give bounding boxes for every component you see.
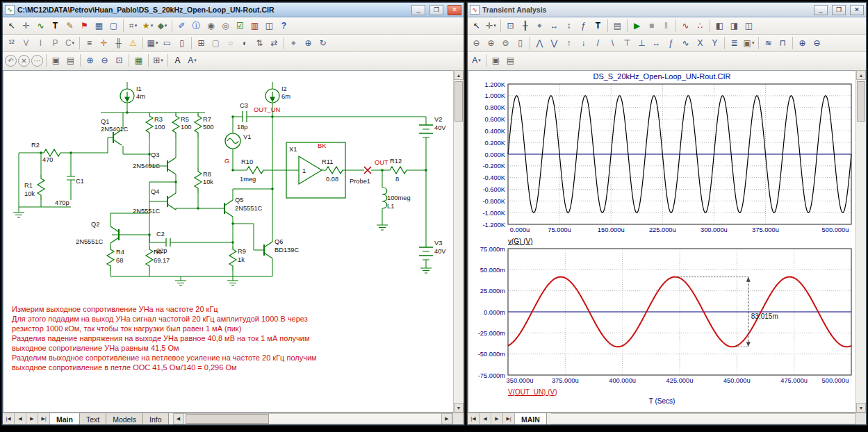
transistor-Q6[interactable]	[264, 242, 272, 258]
split-view-icon[interactable]: ◫	[262, 19, 277, 33]
low-icon[interactable]: ↓	[576, 36, 591, 51]
dc-analysis-icon[interactable]: ≡	[82, 36, 97, 51]
more-circle-icon[interactable]: ⋯	[31, 55, 43, 67]
image-export-icon[interactable]: ▦	[131, 53, 146, 68]
right-horizontal-scrollbar[interactable]	[551, 413, 855, 424]
favorites-menu-icon[interactable]: ★▾	[140, 19, 155, 33]
panel-both-icon[interactable]: ◫	[742, 19, 756, 33]
maximize-button[interactable]: ❐	[832, 5, 846, 15]
back-circle-icon[interactable]: ↶	[5, 55, 17, 67]
panel-plot-icon[interactable]: ◧	[712, 19, 727, 33]
capacitor-C3[interactable]	[243, 111, 247, 122]
pin-connections-icon[interactable]: ✛	[97, 36, 111, 51]
close-button[interactable]: ✕	[850, 5, 864, 15]
component-menu-icon[interactable]: ⌗▾	[126, 19, 140, 33]
minimize-button[interactable]: _	[411, 5, 425, 15]
point-info-icon[interactable]: ◉	[204, 19, 218, 33]
resistor-R3[interactable]	[146, 113, 153, 138]
mirror-icon[interactable]: ◐	[238, 36, 252, 51]
tab-info[interactable]: Info	[143, 413, 169, 424]
maximize-button[interactable]: ❐	[429, 5, 443, 15]
battery-V2[interactable]	[419, 125, 433, 138]
zoom-out-icon[interactable]: ⊖	[810, 36, 824, 51]
curve-label-vg[interactable]: v(G) (V)	[508, 238, 855, 247]
plot-panel[interactable]: DS_S_20kHz_Open-Loop_UN-Rout.CIR 1.200K1…	[468, 70, 855, 413]
stop-circle-icon[interactable]: ✕	[18, 55, 30, 67]
shapes-menu-icon-dropdown[interactable]: ▾	[165, 23, 167, 28]
x-value-icon[interactable]: X	[693, 36, 707, 51]
valley-icon[interactable]: ⋁	[547, 36, 562, 51]
node-numbers-icon[interactable]: ¹²	[4, 36, 19, 51]
paintbrush-icon[interactable]: ✐	[174, 19, 189, 33]
grid-icon[interactable]: ▦▾	[145, 36, 160, 51]
annotation-pen-icon-dropdown[interactable]: ▾	[194, 58, 197, 63]
inductor-L1[interactable]	[382, 188, 387, 208]
condition-display-icon[interactable]: C▾	[63, 36, 77, 51]
period-icon[interactable]: ∿	[678, 36, 693, 51]
find-icon[interactable]: ⌖	[286, 36, 301, 51]
annotation-pen-icon[interactable]: A▾	[185, 53, 199, 68]
zoom-out-icon[interactable]: ⊖	[97, 53, 112, 68]
scroll-track[interactable]	[551, 413, 855, 424]
performance-tag-icon[interactable]: ƒ	[576, 19, 591, 33]
resistor-R8[interactable]	[195, 168, 202, 193]
picture-mode-icon[interactable]: ▦	[92, 19, 106, 33]
title-block-icon[interactable]: ▭	[160, 36, 174, 51]
pan-icon-dropdown[interactable]: ▾	[493, 23, 496, 28]
condition-display-icon-dropdown[interactable]: ▾	[72, 40, 75, 46]
zoom-area-icon[interactable]: ⊡	[112, 53, 126, 68]
rise-icon[interactable]: /	[591, 36, 605, 51]
page-frame-icon[interactable]: ▯	[174, 36, 189, 51]
first-page-button[interactable]: |◀	[468, 413, 480, 424]
vertical-tag-icon[interactable]: ↕	[562, 19, 576, 33]
right-vertical-scrollbar[interactable]: ▲ ▼	[855, 70, 866, 413]
flip-vertical-icon[interactable]: ⇅	[252, 36, 267, 51]
left-horizontal-scrollbar[interactable]: ◀ ▶	[173, 413, 452, 424]
graphics-mode-icon[interactable]: ✎	[63, 19, 77, 33]
annotation-pen-icon[interactable]: A▾	[469, 53, 484, 68]
source-V1[interactable]	[225, 133, 240, 149]
minimize-button[interactable]: _	[814, 5, 828, 15]
next-page-button[interactable]: ▶	[26, 413, 38, 424]
scroll-up-button[interactable]: ▲	[454, 70, 464, 80]
tab-models[interactable]: Models	[106, 413, 143, 424]
scroll-left-button[interactable]: ◀	[173, 413, 184, 424]
scroll-thumb[interactable]	[455, 81, 463, 122]
font-icon[interactable]: A	[170, 53, 185, 68]
scroll-thumb[interactable]	[186, 414, 269, 424]
top-icon[interactable]: ⊤	[620, 36, 634, 51]
pause-icon[interactable]: ‖	[659, 19, 673, 33]
flip-horizontal-icon[interactable]: ⇄	[267, 36, 281, 51]
capacitor-C2[interactable]	[166, 238, 170, 247]
zoom-in-icon[interactable]: ⊕	[795, 36, 810, 51]
scroll-track[interactable]	[454, 80, 464, 403]
transistor-Q5[interactable]	[224, 200, 233, 217]
scroll-track[interactable]	[856, 80, 866, 403]
resistor-R1[interactable]	[38, 175, 44, 200]
scroll-down-button[interactable]: ▼	[454, 403, 464, 413]
node-voltages-icon[interactable]: V	[19, 36, 33, 51]
bottom-icon[interactable]: ⊥	[634, 36, 649, 51]
scope-probe-icon[interactable]: ▢	[106, 19, 121, 33]
current-source-I1[interactable]	[120, 89, 134, 103]
horizontal-tag-icon[interactable]: ↔	[547, 19, 562, 33]
frequency-icon[interactable]: ƒ	[664, 36, 678, 51]
grid-menu-icon[interactable]: ⊞▾	[151, 53, 165, 68]
normalize-icon[interactable]: ⊓	[776, 36, 790, 51]
paste-icon[interactable]: ▤	[63, 53, 78, 68]
clipboard-menu-icon-dropdown[interactable]: ▾	[752, 40, 755, 46]
battery-V3[interactable]	[419, 247, 433, 260]
cursor-mode-icon[interactable]: ╂	[518, 19, 532, 33]
right-titlebar[interactable]: ∿ Transient Analysis _ ❐ ✕	[468, 3, 866, 17]
shape-box-icon[interactable]: ▢	[208, 36, 223, 51]
left-titlebar[interactable]: ∿ C:\MC12\DATA\Petrov\Huan_Pablo\DS_S_20…	[3, 3, 464, 17]
shape-circle-icon[interactable]: ○	[223, 36, 238, 51]
resistor-R5[interactable]	[172, 113, 179, 138]
first-page-button[interactable]: |◀	[3, 413, 15, 424]
clipboard-menu-icon[interactable]: ▣▾	[742, 36, 756, 51]
run-icon[interactable]: ▶	[630, 19, 644, 33]
prev-page-button[interactable]: ◀	[15, 413, 26, 424]
text-mode-icon[interactable]: T	[591, 19, 605, 33]
transistor-Q3[interactable]	[167, 158, 176, 174]
select-area-icon[interactable]: ⊞	[194, 36, 208, 51]
